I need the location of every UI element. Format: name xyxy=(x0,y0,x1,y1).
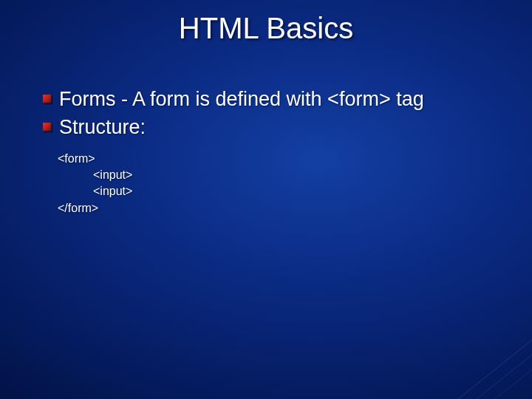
code-line: <form> xyxy=(58,151,502,167)
svg-line-2 xyxy=(495,369,532,399)
square-bullet-icon xyxy=(43,95,52,103)
slide-title: HTML Basics xyxy=(0,12,532,45)
code-line: <input> xyxy=(58,167,502,183)
bullet-text: Forms - A form is defined with <form> ta… xyxy=(59,87,424,112)
bullet-item: Structure: xyxy=(43,115,502,140)
svg-line-0 xyxy=(458,340,532,399)
code-block: <form> <input> <input> </form> xyxy=(58,151,502,217)
code-line: </form> xyxy=(58,200,502,216)
slide: HTML Basics Forms - A form is defined wi… xyxy=(0,0,532,399)
bullet-item: Forms - A form is defined with <form> ta… xyxy=(43,87,502,112)
code-line: <input> xyxy=(58,183,502,200)
decorative-lines-icon xyxy=(414,310,532,399)
bullet-text: Structure: xyxy=(59,115,146,140)
slide-content: Forms - A form is defined with <form> ta… xyxy=(43,87,502,216)
svg-line-1 xyxy=(477,355,532,399)
square-bullet-icon xyxy=(43,123,52,132)
